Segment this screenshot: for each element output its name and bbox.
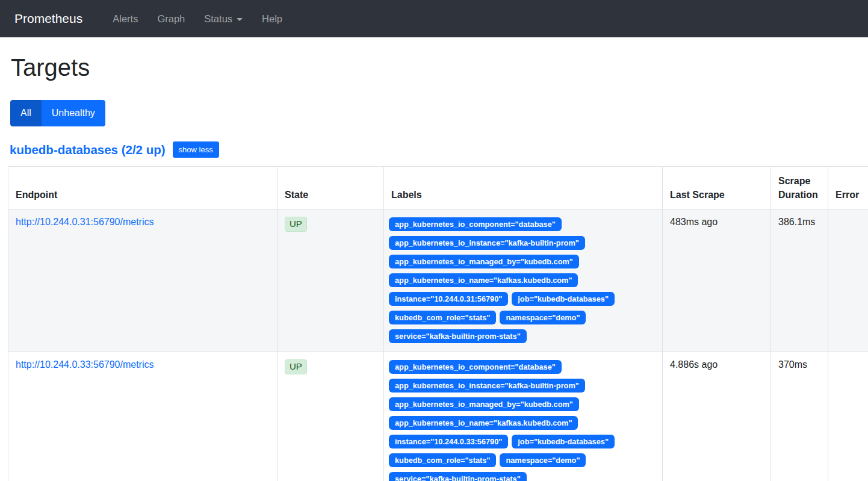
table-row: http://10.244.0.33:56790/metrics UP app_… [8, 352, 868, 481]
col-header-error: Error [828, 167, 868, 209]
filter-unhealthy-button[interactable]: Unhealthy [42, 100, 105, 126]
label-badge: job="kubedb-databases" [512, 292, 615, 306]
health-filter-group: All Unhealthy [10, 100, 105, 126]
label-badge: app_kubernetes_io_component="database" [389, 360, 562, 374]
nav-item-alerts[interactable]: Alerts [103, 8, 147, 29]
labels-cell: app_kubernetes_io_component="database"ap… [384, 209, 663, 352]
label-badge: instance="10.244.0.31:56790" [389, 292, 508, 306]
endpoint-link[interactable]: http://10.244.0.31:56790/metrics [16, 217, 153, 227]
job-title-link[interactable]: kubedb-databases (2/2 up) [10, 143, 166, 157]
col-header-labels: Labels [384, 167, 663, 209]
label-badge: app_kubernetes_io_component="database" [389, 217, 562, 231]
chevron-down-icon [237, 18, 243, 21]
brand-prometheus[interactable]: Prometheus [14, 11, 82, 26]
label-badge: app_kubernetes_io_instance="kafka-builti… [389, 379, 585, 393]
label-badge: instance="10.244.0.33:56790" [389, 435, 508, 448]
page-title: Targets [11, 53, 868, 82]
last-scrape-cell: 4.886s ago [663, 352, 771, 481]
table-row: http://10.244.0.31:56790/metrics UP app_… [8, 209, 868, 352]
label-badge: service="kafka-builtin-prom-stats" [389, 472, 527, 481]
label-badge: app_kubernetes_io_managed_by="kubedb.com… [389, 397, 579, 411]
label-badge: app_kubernetes_io_name="kafkas.kubedb.co… [389, 416, 578, 430]
label-badge: kubedb_com_role="stats" [389, 311, 496, 324]
col-header-state: State [277, 167, 384, 209]
nav-item-graph[interactable]: Graph [147, 8, 194, 29]
job-section-header: kubedb-databases (2/2 up) show less [10, 141, 868, 158]
labels-cell: app_kubernetes_io_component="database"ap… [384, 352, 663, 481]
label-badge: app_kubernetes_io_instance="kafka-builti… [389, 236, 585, 250]
label-badge: namespace="demo" [500, 311, 586, 324]
label-badge: app_kubernetes_io_name="kafkas.kubedb.co… [389, 273, 578, 287]
last-scrape-cell: 483ms ago [663, 209, 771, 352]
state-cell: UP [277, 209, 384, 352]
endpoint-link[interactable]: http://10.244.0.33:56790/metrics [16, 359, 153, 370]
filter-all-button[interactable]: All [10, 100, 42, 126]
state-up-badge: UP [285, 217, 307, 232]
endpoint-cell: http://10.244.0.33:56790/metrics [8, 352, 277, 481]
scrape-duration-cell: 386.1ms [771, 209, 828, 352]
col-header-endpoint: Endpoint [8, 167, 277, 209]
targets-table-body: http://10.244.0.31:56790/metrics UP app_… [8, 209, 868, 481]
state-cell: UP [277, 352, 384, 481]
main-content: Targets All Unhealthy kubedb-databases (… [0, 53, 868, 481]
error-cell [828, 352, 868, 481]
col-header-scrape-duration: Scrape Duration [771, 167, 828, 209]
col-header-last-scrape: Last Scrape [663, 167, 771, 209]
label-badge: job="kubedb-databases" [512, 435, 615, 448]
error-cell [828, 209, 868, 352]
scrape-duration-cell: 370ms [771, 352, 828, 481]
nav-item-help[interactable]: Help [252, 8, 292, 29]
label-badge: namespace="demo" [500, 453, 586, 467]
label-badge: app_kubernetes_io_managed_by="kubedb.com… [389, 255, 579, 268]
targets-table: Endpoint State Labels Last Scrape Scrape… [8, 166, 868, 481]
show-less-button[interactable]: show less [173, 141, 219, 158]
state-up-badge: UP [285, 359, 307, 374]
endpoint-cell: http://10.244.0.31:56790/metrics [8, 209, 277, 352]
nav-item-status-dropdown[interactable]: Status [194, 8, 252, 29]
label-badge: kubedb_com_role="stats" [389, 453, 496, 467]
nav-item-status-label: Status [204, 13, 232, 25]
table-header-row: Endpoint State Labels Last Scrape Scrape… [8, 167, 868, 209]
label-badge: service="kafka-builtin-prom-stats" [389, 329, 527, 343]
navbar: Prometheus Alerts Graph Status Help [0, 0, 868, 37]
